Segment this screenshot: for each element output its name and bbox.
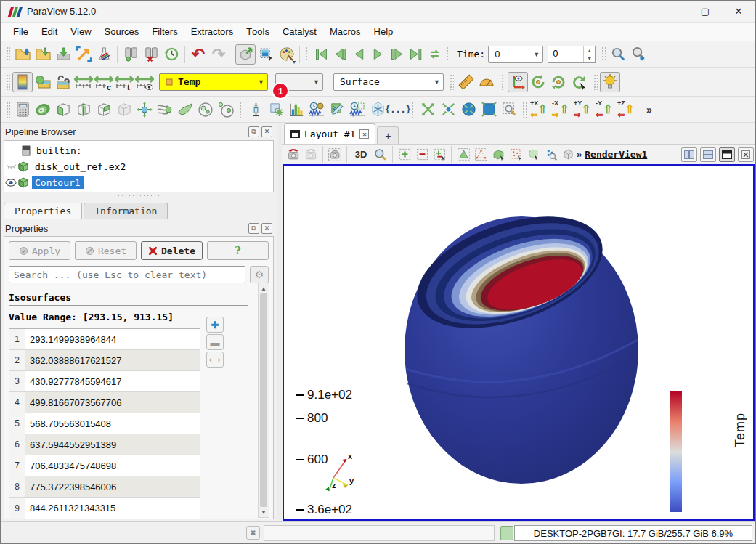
extract-selection-toolbar-button[interactable] <box>256 44 276 65</box>
dock-resize-handle[interactable] <box>117 194 160 198</box>
reset-session-button[interactable] <box>161 44 182 65</box>
paraview-flask-icon[interactable] <box>94 44 114 65</box>
zoom-to-box-button[interactable] <box>499 100 519 120</box>
rescale-to-custom-range-button[interactable]: c <box>94 72 114 92</box>
isosurface-value-cell[interactable]: 637.5944552951389 <box>25 434 200 455</box>
undo-button[interactable]: ↶ <box>188 44 208 65</box>
camera-zoom-button[interactable] <box>608 44 628 65</box>
remove-value-button[interactable]: ▬ <box>206 334 224 350</box>
save-data-folder-button[interactable] <box>33 44 53 65</box>
camera-undo-button[interactable] <box>285 146 302 163</box>
save-data-button[interactable] <box>53 44 73 65</box>
toggle-color-legend-button[interactable] <box>12 72 33 92</box>
vcr-previous-frame-button[interactable] <box>330 45 349 64</box>
capture-screenshot-button[interactable] <box>326 146 344 163</box>
isosurface-value-cell[interactable]: 568.705563015408 <box>25 413 200 434</box>
menu-tools[interactable]: T̲ools <box>240 23 276 40</box>
ruler-icon[interactable] <box>456 72 476 92</box>
reset-camera-button[interactable] <box>418 100 438 120</box>
interactive-select-cells-button[interactable] <box>524 146 542 163</box>
render-view-canvas[interactable]: x y z 9.1e+02 800 600 3.6e+02 Temp <box>283 164 755 521</box>
programmable-filter-button[interactable]: {...} <box>388 100 408 120</box>
slice-filter-button[interactable] <box>73 100 94 120</box>
dock-close-icon[interactable]: ✕ <box>261 126 272 137</box>
pipeline-item-contour1[interactable]: Contour1 <box>4 174 273 190</box>
zoom-to-data-button[interactable] <box>438 100 458 120</box>
toolbar-grip[interactable] <box>446 46 450 62</box>
select-points-on-surface-button[interactable] <box>472 146 489 163</box>
rescale-to-visible-range-button[interactable] <box>134 72 155 92</box>
toolbar-grip[interactable] <box>601 46 606 62</box>
set-view-minus-y-button[interactable]: -Y ⇧ ⇦ <box>594 100 616 120</box>
vcr-back-button[interactable] <box>349 45 368 64</box>
menu-catalyst[interactable]: C̲atalyst <box>276 23 323 40</box>
select-cells-toggle-button[interactable] <box>431 146 448 163</box>
isosurface-value-cell[interactable]: 499.81667073567706 <box>25 392 200 413</box>
tab-properties[interactable]: Properties <box>4 203 82 219</box>
vcr-first-frame-button[interactable] <box>312 45 330 64</box>
set-view-minus-x-button[interactable]: -X ⇧ ⇨ <box>550 100 572 120</box>
separate-color-map-button[interactable] <box>53 72 73 92</box>
menu-filters[interactable]: Filt̲ers <box>145 23 184 40</box>
menu-file[interactable]: F̲ile <box>7 23 35 40</box>
extract-block-button[interactable] <box>216 100 236 120</box>
toolbar-grip[interactable] <box>6 74 10 90</box>
view-toolbar-overflow[interactable]: » <box>577 149 582 160</box>
glyph-filter-button[interactable] <box>134 100 155 120</box>
tab-layout1[interactable]: Layout #1 ✕ <box>284 123 375 144</box>
isosurface-value-cell[interactable]: 706.4833475748698 <box>25 455 200 476</box>
warp-filter-button[interactable] <box>175 100 195 120</box>
scroll-up-icon[interactable]: ▲ <box>259 283 269 293</box>
help-button[interactable]: ? <box>207 241 269 260</box>
toolbar-grip[interactable] <box>305 46 309 62</box>
toolbar-overflow-chevron[interactable]: » <box>646 104 652 115</box>
group-datasets-button[interactable] <box>195 100 216 120</box>
rescale-to-data-range-button[interactable] <box>73 72 94 92</box>
pipeline-item-disk-out-ref[interactable]: disk_out_ref.ex2 <box>4 158 273 174</box>
color-palette-button[interactable]: ▾ <box>276 44 296 65</box>
toolbar-grip[interactable] <box>522 102 527 118</box>
hover-cells-button[interactable] <box>559 146 577 163</box>
select-cells-on-surface-button[interactable] <box>455 146 472 163</box>
tab-close-icon[interactable]: ✕ <box>359 129 369 139</box>
isosurface-value-cell[interactable]: 775.3722398546006 <box>25 476 200 497</box>
toolbar-grip[interactable] <box>501 74 505 90</box>
add-value-button[interactable]: ✚ <box>206 317 224 333</box>
split-vertical-button[interactable] <box>700 147 716 162</box>
search-input[interactable] <box>9 266 245 283</box>
render-view-name-link[interactable]: RenderView1 <box>585 149 647 160</box>
split-horizontal-button[interactable] <box>681 147 697 162</box>
calculator-filter-button[interactable] <box>12 100 33 120</box>
toolbar-grip[interactable] <box>239 102 243 118</box>
toolbar-grip[interactable] <box>450 74 454 90</box>
set-view-plus-z-button[interactable]: +Z ⇧ ⇦ <box>616 100 638 120</box>
menu-help[interactable]: H̲elp <box>367 23 400 40</box>
select-cells-add-button[interactable] <box>396 146 413 163</box>
show-center-axes-button[interactable] <box>508 72 528 92</box>
panel-splitter[interactable] <box>277 123 282 519</box>
pipeline-item-builtin[interactable]: builtin: <box>4 142 273 158</box>
vcr-next-frame-button[interactable] <box>387 45 406 64</box>
visibility-eye-open-icon[interactable] <box>4 179 17 187</box>
tab-information[interactable]: Information <box>84 203 168 219</box>
dock-float-icon[interactable]: ⧉ <box>248 126 259 137</box>
disconnect-server-button[interactable] <box>141 44 161 65</box>
rotate-counterclockwise-button[interactable] <box>548 72 569 92</box>
select-points-through-button[interactable] <box>507 146 524 163</box>
set-view-plus-y-button[interactable]: +Y ⇧ ⇨ <box>572 100 594 120</box>
apply-button[interactable]: Apply <box>9 241 70 260</box>
visibility-eye-closed-icon[interactable] <box>4 163 17 170</box>
histogram-filter-button[interactable] <box>286 100 306 120</box>
toggle-2d-3d-button[interactable]: 3D <box>350 146 372 163</box>
reset-camera-closest-button[interactable] <box>458 100 479 120</box>
stream-tracer-button[interactable] <box>155 100 175 120</box>
gear-icon[interactable]: ⚙ <box>250 266 269 283</box>
vcr-play-button[interactable] <box>368 45 387 64</box>
representation-combo[interactable]: Surface ▼ <box>333 73 444 91</box>
maximize-button[interactable]: ▢ <box>688 1 722 22</box>
spin-up-icon[interactable]: ▲ <box>584 46 595 54</box>
time-index-spinner[interactable]: 0 ▲▼ <box>548 46 596 63</box>
headlight-button[interactable] <box>600 72 620 92</box>
select-cells-subtract-button[interactable] <box>413 146 431 163</box>
toolbar-grip[interactable] <box>6 46 10 62</box>
